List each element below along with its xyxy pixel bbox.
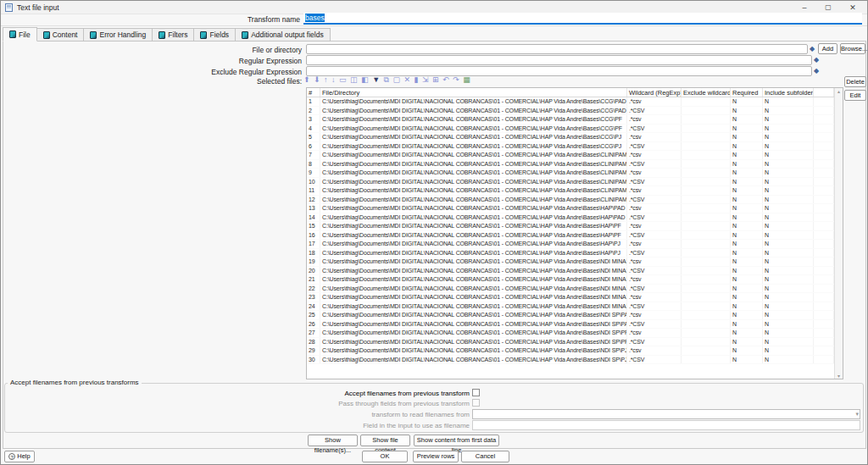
clear-rows-icon[interactable]: ▭ <box>339 75 347 85</box>
copy-rows-icon[interactable]: ⧉ <box>384 75 389 85</box>
regular-expression-input[interactable] <box>306 55 812 65</box>
help-button[interactable]: ?Help <box>4 451 35 462</box>
column-header-wildcard-regexp-[interactable]: Wildcard (RegExp) <box>627 88 682 97</box>
table-row[interactable]: 21C:\Users\thiag\Documents\MDI DIGITAL\N… <box>307 275 834 285</box>
tab-label: Content <box>53 30 78 39</box>
table-row[interactable]: 19C:\Users\thiag\Documents\MDI DIGITAL\N… <box>307 257 834 267</box>
table-row[interactable]: 16C:\Users\thiag\Documents\MDI DIGITAL\N… <box>307 231 834 241</box>
table-cell: 21 <box>307 275 320 284</box>
transform-step-icon <box>9 30 16 38</box>
undo-icon[interactable]: ↶ <box>442 75 449 85</box>
column-header-file-directory[interactable]: File/Directory <box>320 88 627 97</box>
table-cell <box>682 169 731 177</box>
table-row[interactable]: 18C:\Users\thiag\Documents\MDI DIGITAL\N… <box>307 249 834 258</box>
table-row[interactable]: 12C:\Users\thiag\Documents\MDI DIGITAL\N… <box>307 196 834 205</box>
copy-field-to-all-rows-icon[interactable]: ⊞ <box>432 75 439 85</box>
table-cell: .*CSV <box>627 267 682 275</box>
table-row[interactable]: 25C:\Users\thiag\Documents\MDI DIGITAL\N… <box>307 311 834 320</box>
preview-rows-button[interactable]: Preview rows <box>413 451 459 462</box>
table-row[interactable]: 11C:\Users\thiag\Documents\MDI DIGITAL\N… <box>307 186 834 196</box>
edit-button[interactable]: Edit <box>844 90 866 101</box>
cut-rows-icon[interactable]: ✕ <box>404 75 411 85</box>
paste-rows-icon[interactable]: ▢ <box>393 75 401 85</box>
table-row[interactable]: 28C:\Users\thiag\Documents\MDI DIGITAL\N… <box>307 338 834 347</box>
table-row[interactable]: 20C:\Users\thiag\Documents\MDI DIGITAL\N… <box>307 267 834 276</box>
table-cell: N <box>731 285 763 293</box>
help-label: Help <box>17 452 30 460</box>
table-row[interactable]: 7C:\Users\thiag\Documents\MDI DIGITAL\NA… <box>307 151 834 160</box>
table-cell <box>682 257 731 266</box>
table-row[interactable]: 13C:\Users\thiag\Documents\MDI DIGITAL\N… <box>307 204 834 213</box>
table-row[interactable]: 15C:\Users\thiag\Documents\MDI DIGITAL\N… <box>307 222 834 231</box>
table-cell <box>814 222 834 230</box>
browse-button[interactable]: Browse... <box>840 43 865 54</box>
table-cell <box>682 151 731 159</box>
column-header--[interactable]: # <box>307 88 320 97</box>
table-cell: N <box>731 346 763 355</box>
ok-button[interactable]: OK <box>362 451 408 462</box>
delete-rows-icon[interactable]: ▮ <box>415 75 419 85</box>
table-row[interactable]: 22C:\Users\thiag\Documents\MDI DIGITAL\N… <box>307 285 834 294</box>
table-row[interactable]: 6C:\Users\thiag\Documents\MDI DIGITAL\NA… <box>307 142 834 152</box>
sort-ascending-icon[interactable]: ⬆ <box>303 75 310 85</box>
table-row[interactable]: 10C:\Users\thiag\Documents\MDI DIGITAL\N… <box>307 178 834 187</box>
edit-row-icon[interactable]: ▦ <box>463 75 470 85</box>
table-row[interactable]: 29C:\Users\thiag\Documents\MDI DIGITAL\N… <box>307 346 834 356</box>
table-cell: .*csv <box>627 329 682 337</box>
table-row[interactable]: 5C:\Users\thiag\Documents\MDI DIGITAL\NA… <box>307 133 834 142</box>
redo-icon[interactable]: ↷ <box>453 75 459 85</box>
delete-button[interactable]: Delete <box>844 76 866 87</box>
show-filenames-button[interactable]: Show filename(s)... <box>308 435 358 446</box>
table-scrollbar[interactable]: ▴▾ <box>834 88 843 379</box>
column-header-exclude-wildcard[interactable]: Exclude wildcard <box>682 88 731 97</box>
table-row[interactable]: 30C:\Users\thiag\Documents\MDI DIGITAL\N… <box>307 356 834 365</box>
show-file-content-button[interactable]: Show file content <box>360 435 410 446</box>
optimal-width-without-header-icon[interactable]: ◧ <box>361 75 369 85</box>
move-rows-down-icon[interactable]: ↓ <box>331 75 336 85</box>
table-cell: .*CSV <box>627 249 682 257</box>
table-cell: C:\Users\thiag\Documents\MDI DIGITAL\NAC… <box>320 115 627 124</box>
tab-filters[interactable]: Filters <box>153 28 194 42</box>
file-or-directory-input[interactable] <box>306 44 808 54</box>
table-row[interactable]: 4C:\Users\thiag\Documents\MDI DIGITAL\NA… <box>307 125 834 134</box>
move-rows-up-icon[interactable]: ↑ <box>324 75 328 85</box>
column-header-required[interactable]: Required <box>731 88 763 97</box>
optimal-width-with-header-icon[interactable]: ◫ <box>350 75 358 85</box>
help-icon: ? <box>8 453 15 460</box>
tab-fields[interactable]: Fields <box>194 28 236 42</box>
table-cell: N <box>731 186 763 195</box>
table-cell: .*csv <box>627 169 682 177</box>
table-row[interactable]: 1C:\Users\thiag\Documents\MDI DIGITAL\NA… <box>307 97 834 107</box>
tab-label: Error Handling <box>99 30 146 39</box>
table-row[interactable]: 9C:\Users\thiag\Documents\MDI DIGITAL\NA… <box>307 169 834 178</box>
tab-file[interactable]: File <box>3 27 37 42</box>
table-row[interactable]: 17C:\Users\thiag\Documents\MDI DIGITAL\N… <box>307 240 834 249</box>
table-row[interactable]: 8C:\Users\thiag\Documents\MDI DIGITAL\NA… <box>307 160 834 169</box>
table-row[interactable]: 3C:\Users\thiag\Documents\MDI DIGITAL\NA… <box>307 115 834 125</box>
table-row[interactable]: 23C:\Users\thiag\Documents\MDI DIGITAL\N… <box>307 293 834 302</box>
accept-filenames-checkbox[interactable] <box>472 389 480 396</box>
table-cell: C:\Users\thiag\Documents\MDI DIGITAL\NAC… <box>320 346 627 355</box>
show-first-data-line-button[interactable]: Show content from first data line <box>414 435 499 446</box>
table-row[interactable]: 27C:\Users\thiag\Documents\MDI DIGITAL\N… <box>307 329 834 338</box>
table-cell: N <box>763 356 814 364</box>
tab-content[interactable]: Content <box>37 28 85 42</box>
table-cell <box>682 133 731 141</box>
table-row[interactable]: 24C:\Users\thiag\Documents\MDI DIGITAL\N… <box>307 302 834 312</box>
filter-rows-icon[interactable]: ▼ <box>372 75 380 85</box>
table-row[interactable]: 2C:\Users\thiag\Documents\MDI DIGITAL\NA… <box>307 107 834 116</box>
tab-error-handling[interactable]: Error Handling <box>84 28 153 42</box>
table-cell: N <box>763 151 814 159</box>
transform-name-input[interactable]: bases <box>303 13 862 25</box>
table-cell <box>682 178 731 186</box>
cancel-button[interactable]: Cancel <box>461 451 509 462</box>
add-button[interactable]: Add <box>818 43 837 54</box>
tab-additional-output-fields[interactable]: Additional output fields <box>236 28 331 42</box>
table-cell: 18 <box>307 249 320 257</box>
column-header-include-subfolders[interactable]: Include subfolders <box>763 88 814 97</box>
table-row[interactable]: 26C:\Users\thiag\Documents\MDI DIGITAL\N… <box>307 320 834 329</box>
keep-selected-rows-icon[interactable]: ⇲ <box>422 75 429 85</box>
sort-descending-icon[interactable]: ⬇ <box>314 75 320 85</box>
table-cell: 26 <box>307 320 320 329</box>
table-row[interactable]: 14C:\Users\thiag\Documents\MDI DIGITAL\N… <box>307 213 834 223</box>
